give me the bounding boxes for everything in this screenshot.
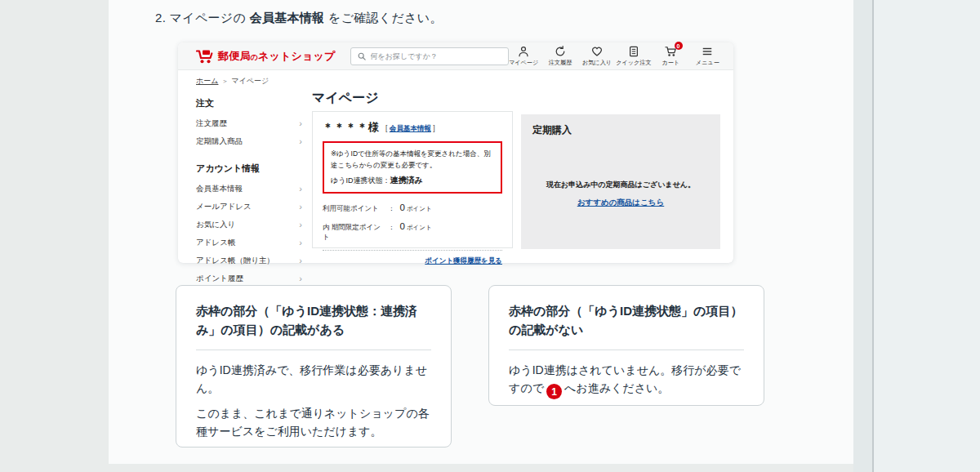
sidebar-item-order-history[interactable]: 注文履歴› — [196, 114, 302, 132]
subscription-title: 定期購入 — [521, 114, 720, 137]
right-gutter — [853, 0, 872, 472]
dotted-divider — [323, 250, 502, 251]
nav-label: クイック注文 — [616, 59, 651, 67]
sidebar-item-favorites[interactable]: お気に入り› — [196, 216, 302, 234]
netshop-logo-text: 郵便局のネットショップ — [218, 49, 336, 64]
sidebar-item-subscription-products[interactable]: 定期購入商品› — [196, 132, 302, 150]
sidebar-item-member-info[interactable]: 会員基本情報› — [196, 180, 302, 198]
search-icon — [358, 52, 366, 60]
nav-order-history[interactable]: 注文履歴 — [546, 45, 575, 67]
points-summary: 利用可能ポイント ： 0 ポイント 内 期間限定ポイント ： 0 ポイント ポイ… — [323, 203, 502, 266]
member-link-wrap: [ 会員基本情報 ] — [385, 124, 435, 134]
member-name: ＊＊＊＊様 — [323, 120, 380, 135]
card-linked-title: 赤枠の部分（「ゆうID連携状態：連携済み」の項目）の記載がある — [196, 302, 431, 339]
nav-label: 注文履歴 — [549, 59, 572, 67]
history-icon — [555, 45, 566, 57]
sidebar-item-address-book-sender[interactable]: アドレス帳（贈り主）› — [196, 252, 302, 269]
card-divider — [509, 350, 744, 350]
card-divider — [196, 350, 431, 350]
breadcrumb-current: マイページ — [231, 77, 269, 85]
card-linked-body-1: ゆうID連携済みで、移行作業は必要ありません。 — [196, 362, 431, 397]
search-input[interactable] — [371, 52, 501, 60]
nav-menu[interactable]: メニュー — [693, 45, 722, 67]
chevron-right-icon: › — [299, 203, 302, 212]
sidebar-section-account: アカウント情報 — [196, 158, 302, 180]
chevron-right-icon: › — [299, 119, 302, 128]
netshop-screenshot: 郵便局のネットショップ マイページ 注文履歴 — [178, 42, 733, 263]
nav-quick-order[interactable]: クイック注文 — [619, 45, 648, 67]
step-text-bold: 会員基本情報 — [250, 11, 325, 24]
step-heading: 2. マイページの 会員基本情報 をご確認ください。 — [155, 11, 443, 26]
step-number: 2. — [155, 11, 166, 24]
points-row-limited: 内 期間限定ポイント ： 0 ポイント — [323, 221, 502, 243]
mypage-sidebar: 注文 注文履歴› 定期購入商品› アカウント情報 会員基本情報› メールアドレス… — [196, 93, 302, 305]
card-linked-body-2: このまま、これまで通りネットショップの各種サービスをご利用いただけます。 — [196, 405, 431, 440]
cart-icon: 0 — [665, 45, 677, 57]
sidebar-item-email[interactable]: メールアドレス› — [196, 198, 302, 216]
cart-badge: 0 — [675, 42, 683, 50]
netshop-logo[interactable]: 郵便局のネットショップ — [196, 49, 336, 64]
breadcrumb-separator: ＞ — [221, 78, 228, 85]
member-info-panel: ＊＊＊＊様 [ 会員基本情報 ] ※ゆうIDで住所等の基本情報を変更された場合、… — [312, 111, 513, 248]
card-not-linked-body: ゆうID連携はされていません。移行が必要ですので1へお進みください。 — [509, 362, 744, 399]
nav-cart[interactable]: 0 カート — [656, 45, 685, 67]
points-history-link[interactable]: ポイント獲得履歴を見る — [425, 256, 502, 265]
card-linked-case: 赤枠の部分（「ゆうID連携状態：連携済み」の項目）の記載がある ゆうID連携済み… — [176, 285, 452, 448]
breadcrumb-home-link[interactable]: ホーム — [196, 77, 218, 85]
nav-label: メニュー — [695, 59, 719, 67]
chevron-right-icon: › — [299, 238, 302, 247]
nav-label: カート — [662, 59, 679, 67]
netshop-header: 郵便局のネットショップ マイページ 注文履歴 — [178, 42, 733, 70]
step-text-before: マイページの — [170, 11, 250, 24]
subscription-panel: 定期購入 現在お申込み中の定期商品はございません。 おすすめの商品はこちら — [521, 114, 720, 249]
nav-label: マイページ — [509, 59, 538, 67]
right-background — [874, 0, 980, 472]
card-not-linked-title: 赤枠の部分（「ゆうID連携状態」の項目）の記載がない — [509, 302, 744, 339]
recommended-products-link[interactable]: おすすめの商品はこちら — [577, 198, 665, 207]
chevron-right-icon: › — [299, 137, 302, 146]
step-1-badge: 1 — [546, 384, 562, 399]
step-text-after: をご確認ください。 — [324, 11, 442, 24]
nav-mypage[interactable]: マイページ — [509, 45, 538, 67]
search-box[interactable] — [350, 47, 509, 65]
heart-icon — [591, 45, 603, 57]
card-not-linked-case: 赤枠の部分（「ゆうID連携状態」の項目）の記載がない ゆうID連携はされていませ… — [488, 285, 764, 406]
yu-id-notice-text: ※ゆうIDで住所等の基本情報を変更された場合、別途こちらからの変更も必要です。 — [331, 148, 494, 171]
yu-id-highlight-box: ※ゆうIDで住所等の基本情報を変更された場合、別途こちらからの変更も必要です。 … — [323, 141, 502, 194]
breadcrumb: ホーム＞マイページ — [196, 76, 269, 87]
chevron-right-icon: › — [299, 220, 302, 229]
sidebar-item-address-book[interactable]: アドレス帳› — [196, 234, 302, 252]
netshop-nav: マイページ 注文履歴 お気に入り クイック注文 — [509, 45, 722, 67]
subscription-empty-message: 現在お申込み中の定期商品はございません。 — [521, 180, 720, 190]
chevron-right-icon: › — [299, 256, 302, 265]
sidebar-section-orders: 注文 — [196, 93, 302, 114]
menu-icon — [702, 45, 713, 57]
cart-logo-icon — [196, 49, 214, 64]
chevron-right-icon: › — [299, 185, 302, 194]
yu-id-link-status: ゆうID連携状態：連携済み — [331, 175, 494, 186]
points-row-available: 利用可能ポイント ： 0 ポイント — [323, 203, 502, 214]
mypage-title: マイページ — [312, 90, 379, 107]
nav-label: お気に入り — [582, 59, 612, 67]
chevron-right-icon: › — [299, 274, 302, 283]
document-icon — [628, 45, 639, 57]
member-info-link[interactable]: 会員基本情報 — [390, 124, 431, 132]
nav-favorites[interactable]: お気に入り — [582, 45, 612, 67]
person-icon — [518, 45, 529, 57]
